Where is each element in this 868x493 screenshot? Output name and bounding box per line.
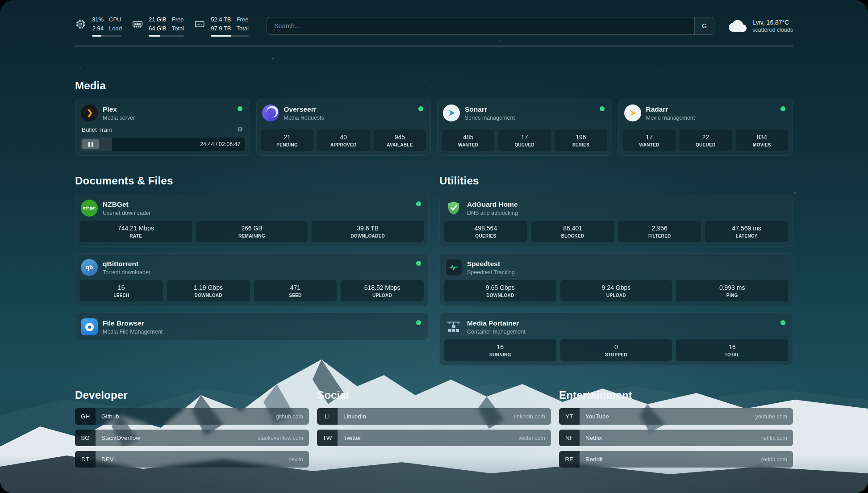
bookmark-name: DEV	[96, 456, 114, 463]
now-playing-title: Bullet Train	[82, 126, 112, 133]
search-input[interactable]	[267, 17, 694, 34]
service-card-qbittorrent[interactable]: qb qBittorrent Torrent downloader 16 LEE…	[75, 253, 429, 306]
sonarr-icon	[443, 104, 460, 121]
stat-downloaded: 39.6 TB DOWNLOADED	[312, 221, 424, 242]
adguard-shield-icon	[445, 200, 462, 217]
section-title-developer: Developer	[75, 389, 309, 401]
section-title-entertainment: Entertainment	[559, 389, 793, 401]
bookmark-reddit[interactable]: RE Reddit reddit.com	[559, 451, 793, 468]
service-description: Movie management	[646, 115, 776, 121]
bookmark-linkedin[interactable]: LI LinkedIn linkedin.com	[317, 408, 551, 425]
stat-value: 86,401	[533, 225, 613, 232]
stat-value: 834	[737, 134, 787, 141]
player-time: 24:44 / 02:06:47	[200, 141, 245, 147]
bookmark-stackoverflow[interactable]: SO StackOverflow stackoverflow.com	[75, 430, 309, 446]
service-card-filebrowser[interactable]: File Browser Media File Management	[75, 313, 429, 340]
stat-download: 1.19 Gbps DOWNLOAD	[167, 280, 250, 301]
section-title-media: Media	[75, 79, 793, 92]
service-description: DNS and adblocking	[467, 210, 787, 216]
bookmark-name: LinkedIn	[338, 413, 366, 420]
stat-queries: 498,564 QUERIES	[444, 221, 527, 242]
stat-label: UPLOAD	[342, 293, 422, 298]
service-card-portainer[interactable]: Media Portainer Container management 16 …	[439, 313, 793, 366]
memory-free-value: 21 GiB	[149, 15, 167, 24]
bookmark-name: StackOverflow	[96, 435, 140, 441]
stat-series: 196 SERIES	[555, 130, 607, 151]
storage-free-label: Free	[236, 15, 248, 24]
service-card-nzbget[interactable]: nzbget NZBGet Usenet downloader 744.21 M…	[75, 194, 429, 247]
stat-label: APPROVED	[319, 142, 368, 147]
stat-wanted: 17 WANTED	[623, 130, 676, 151]
bookmark-twitter[interactable]: TW Twitter twitter.com	[317, 430, 551, 446]
bookmark-abbr: LI	[317, 408, 338, 425]
stat-value: 47.569 ms	[706, 225, 787, 232]
bookmark-abbr: GH	[75, 408, 96, 425]
bookmark-group-entertainment: Entertainment YT YouTube youtube.com NF …	[559, 389, 793, 468]
stat-label: PING	[677, 293, 787, 298]
stat-label: QUERIES	[446, 234, 526, 238]
bookmark-github[interactable]: GH Github github.com	[75, 408, 309, 425]
stat-value: 21	[263, 134, 312, 141]
bookmark-abbr: DT	[75, 451, 96, 468]
bookmark-url: netflix.com	[760, 435, 793, 441]
service-name: Overseerr	[284, 105, 414, 113]
service-card-adguard[interactable]: AdGuard Home DNS and adblocking 498,564 …	[439, 194, 793, 247]
stat-label: RUNNING	[446, 352, 555, 357]
service-card-plex[interactable]: ❯ Plex Media server Bullet Train ⚙	[75, 99, 250, 156]
service-card-sonarr[interactable]: Sonarr Series management 485 WANTED 17 Q…	[437, 99, 612, 156]
stat-value: 16	[446, 343, 555, 351]
service-name: Plex	[103, 105, 233, 113]
cloud-icon	[729, 19, 747, 33]
service-card-speedtest[interactable]: Speedtest Speedtest Tracking 9.65 Gbps D…	[439, 253, 793, 306]
stat-remaining: 266 GB REMAINING	[196, 221, 308, 242]
stat-stopped: 0 STOPPED	[560, 339, 672, 361]
bookmark-dev[interactable]: DT DEV dev.to	[75, 451, 309, 468]
cpu-usage-value: 31%	[92, 15, 104, 24]
stat-label: DOWNLOADED	[313, 234, 422, 238]
bookmark-netflix[interactable]: NF Netflix netflix.com	[559, 430, 793, 446]
storage-free-value: 52.4 TB	[211, 15, 231, 24]
stat-label: FILTERED	[620, 234, 700, 238]
status-dot	[600, 106, 605, 111]
service-name: File Browser	[103, 319, 411, 327]
section-title-utilities: Utilities	[439, 175, 793, 187]
stat-queued: 17 QUEUED	[498, 130, 551, 151]
memory-total-label: Total	[172, 24, 184, 33]
stat-approved: 40 APPROVED	[317, 130, 370, 151]
ram-icon	[132, 18, 143, 30]
stat-running: 16 RUNNING	[444, 339, 556, 361]
stat-value: 0	[562, 343, 671, 351]
stat-pending: 21 PENDING	[261, 130, 313, 151]
stat-ping: 0.993 ms PING	[676, 280, 788, 301]
search-bar[interactable]: G	[267, 17, 714, 35]
section-utilities: Utilities	[439, 175, 793, 366]
overseerr-icon	[262, 104, 279, 121]
status-dot	[418, 106, 423, 111]
bookmark-group-social: Social LI LinkedIn linkedin.com TW Twitt…	[317, 389, 551, 468]
stat-value: 16	[677, 343, 787, 351]
stat-label: QUEUED	[500, 142, 549, 147]
service-card-overseerr[interactable]: Overseerr Media Requests 21 PENDING 40 A…	[256, 99, 431, 156]
plex-player-bar[interactable]: 24:44 / 02:06:47	[80, 138, 245, 151]
bookmark-youtube[interactable]: YT YouTube youtube.com	[559, 408, 793, 425]
pause-button[interactable]	[82, 139, 99, 149]
bookmark-url: linkedin.com	[514, 414, 551, 420]
service-name: Radarr	[646, 105, 776, 113]
stat-label: UPLOAD	[562, 293, 671, 298]
section-documents: Documents & Files nzbget NZBGet Usenet d…	[75, 175, 429, 366]
stat-value: 9.65 Gbps	[446, 284, 555, 291]
stat-available: 945 AVAILABLE	[374, 130, 426, 151]
stat-movies: 834 MOVIES	[736, 130, 788, 151]
bookmark-url: youtube.com	[755, 414, 793, 420]
stat-value: 618.52 Mbps	[342, 284, 422, 291]
service-card-radarr[interactable]: Radarr Movie management 17 WANTED 22 QUE…	[618, 99, 793, 156]
stat-queued: 22 QUEUED	[680, 130, 732, 151]
stat-latency: 47.569 ms LATENCY	[705, 221, 788, 242]
search-provider-button[interactable]: G	[694, 17, 714, 34]
stat-rate: 744.21 Mbps RATE	[80, 221, 192, 242]
stat-wanted: 485 WANTED	[442, 130, 494, 151]
service-description: Media File Management	[103, 329, 411, 335]
stat-value: 2,956	[620, 225, 700, 232]
gear-icon[interactable]: ⚙	[237, 125, 243, 134]
bookmark-name: YouTube	[580, 413, 609, 420]
